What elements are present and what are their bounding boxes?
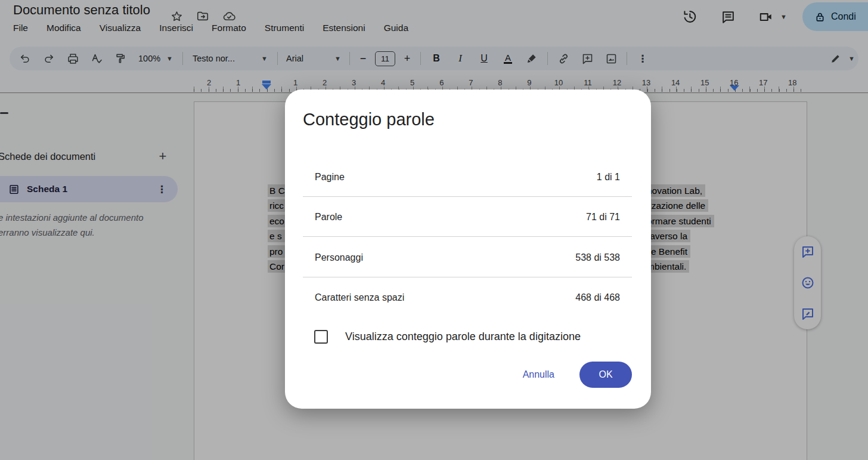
stat-row-characters: Personaggi 538 di 538 xyxy=(315,251,620,264)
stat-label: Personaggi xyxy=(315,252,363,263)
stat-value: 538 di 538 xyxy=(575,252,620,263)
stat-value: 71 di 71 xyxy=(586,212,620,223)
stat-value: 468 di 468 xyxy=(575,292,620,303)
checkbox-label: Visualizza conteggio parole durante la d… xyxy=(345,331,581,343)
stat-row-pages: Pagine 1 di 1 xyxy=(315,171,620,184)
dialog-title: Conteggio parole xyxy=(303,110,435,129)
stat-label: Caratteri senza spazi xyxy=(315,292,404,303)
stat-row-words: Parole 71 di 71 xyxy=(315,211,620,224)
stat-value: 1 di 1 xyxy=(597,172,620,183)
cancel-button[interactable]: Annulla xyxy=(513,363,564,386)
google-docs-window: Documento senza titolo FileModificaVisua… xyxy=(0,0,868,460)
ok-button[interactable]: OK xyxy=(579,362,632,388)
stat-label: Parole xyxy=(315,212,342,223)
word-count-dialog: Conteggio parole Pagine 1 di 1 Parole 71… xyxy=(285,89,651,409)
show-word-count-checkbox[interactable] xyxy=(314,330,328,344)
stat-label: Pagine xyxy=(315,172,345,183)
stat-row-characters-no-spaces: Caratteri senza spazi 468 di 468 xyxy=(315,291,620,304)
